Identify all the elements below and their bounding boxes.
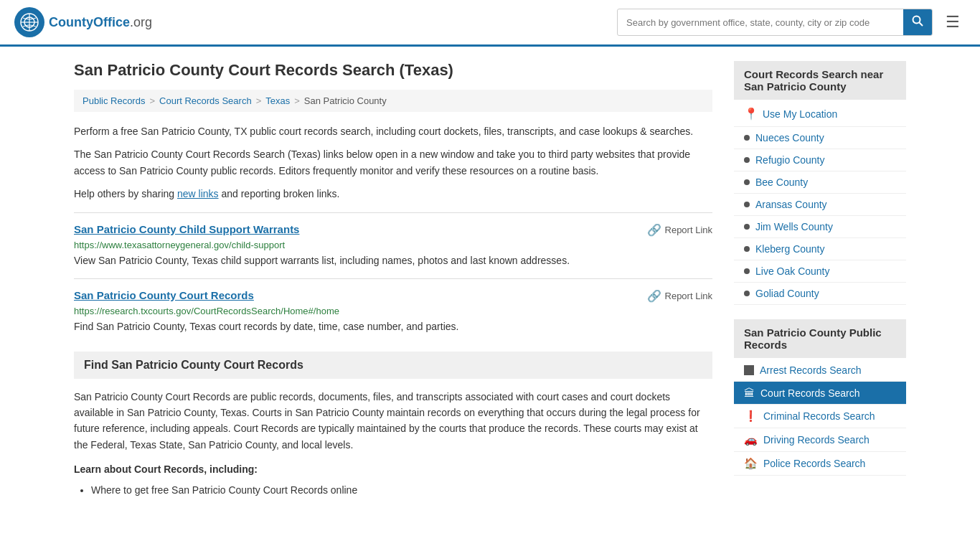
dot-icon [744,268,750,274]
breadcrumb-public-records[interactable]: Public Records [83,95,145,106]
link-section: 🔗 Report Link San Patricio County Court … [74,278,712,334]
hamburger-button[interactable]: ☰ [940,10,966,34]
bullet-list: Where to get free San Patricio County Co… [91,482,712,499]
dot-icon [744,202,750,207]
home-icon: 🏠 [744,457,758,470]
public-record-link[interactable]: ❗Criminal Records Search [734,405,906,428]
resource-desc: View San Patricio County, Texas child su… [74,253,712,268]
svg-point-4 [913,17,920,24]
report-link-btn[interactable]: 🔗 Report Link [647,289,712,303]
dot-icon [744,157,750,163]
nearby-county-link[interactable]: Nueces County [734,127,906,149]
exclaim-icon: ❗ [744,410,758,423]
nearby-county-link[interactable]: Live Oak County [734,260,906,283]
public-records-section: San Patricio County Public Records Arres… [734,319,906,476]
nearby-county-link[interactable]: Kleberg County [734,238,906,260]
find-section-body: San Patricio County Court Records are pu… [74,389,712,453]
breadcrumb-texas[interactable]: Texas [265,95,290,106]
public-record-link[interactable]: 🏛Court Records Search [734,382,906,405]
nearby-county-link[interactable]: Aransas County [734,194,906,216]
intro-para2: The San Patricio County Court Records Se… [74,146,712,179]
find-section-heading: Find San Patricio County Court Records [74,352,712,379]
link-section: 🔗 Report Link San Patricio County Child … [74,212,712,268]
learn-heading: Learn about Court Records, including: [74,461,712,477]
content-area: San Patricio County Court Records Search… [74,61,712,499]
logo-area: CountyOffice.org [14,7,152,37]
resource-link-title[interactable]: San Patricio County Court Records [74,289,254,301]
link-sections: 🔗 Report Link San Patricio County Child … [74,212,712,334]
logo-icon [14,7,44,37]
new-links-link[interactable]: new links [177,188,219,199]
dot-icon [744,246,750,252]
public-records-title: San Patricio County Public Records [734,319,906,358]
main-container: San Patricio County Court Records Search… [60,47,920,513]
dot-icon [744,135,750,141]
report-link-btn[interactable]: 🔗 Report Link [647,223,712,237]
breadcrumb: Public Records > Court Records Search > … [74,90,712,112]
nearby-county-link[interactable]: Refugio County [734,149,906,171]
nearby-links-container: Nueces CountyRefugio CountyBee CountyAra… [734,127,906,305]
dot-icon [744,224,750,230]
resource-link-title[interactable]: San Patricio County Child Support Warran… [74,223,299,235]
pin-icon: 📍 [744,107,758,121]
sidebar: Court Records Search near San Patricio C… [734,61,906,499]
resource-url: https://www.texasattorneygeneral.gov/chi… [74,240,712,250]
nearby-county-link[interactable]: Jim Wells County [734,216,906,238]
report-icon: 🔗 [647,289,661,303]
bullet-item: Where to get free San Patricio County Co… [91,482,712,499]
car-icon: 🚗 [744,433,758,446]
public-record-link[interactable]: 🏠Police Records Search [734,452,906,476]
use-location-link[interactable]: 📍 Use My Location [734,101,906,127]
logo-text: CountyOffice.org [49,15,152,30]
public-record-link[interactable]: 🚗Driving Records Search [734,428,906,452]
breadcrumb-current: San Patricio County [304,95,387,106]
page-title: San Patricio County Court Records Search… [74,61,712,80]
square-icon [744,365,754,375]
nearby-section: Court Records Search near San Patricio C… [734,61,906,305]
header: CountyOffice.org ☰ [0,0,980,47]
intro-para3: Help others by sharing new links and rep… [74,186,712,202]
dot-icon [744,179,750,185]
building-icon: 🏛 [744,387,755,399]
search-button[interactable] [903,9,932,35]
search-bar [617,9,933,36]
nearby-county-link[interactable]: Goliad County [734,283,906,305]
svg-line-5 [920,23,923,27]
resource-url: https://research.txcourts.gov/CourtRecor… [74,306,712,316]
resource-desc: Find San Patricio County, Texas court re… [74,319,712,334]
public-record-link[interactable]: Arrest Records Search [734,359,906,382]
dot-icon [744,291,750,296]
header-right: ☰ [617,9,966,36]
public-records-links: Arrest Records Search🏛Court Records Sear… [734,359,906,476]
breadcrumb-court-records-search[interactable]: Court Records Search [159,95,252,106]
report-icon: 🔗 [647,223,661,237]
search-input[interactable] [618,11,903,34]
intro-para1: Perform a free San Patricio County, TX p… [74,123,712,139]
nearby-title: Court Records Search near San Patricio C… [734,61,906,100]
nearby-county-link[interactable]: Bee County [734,171,906,194]
